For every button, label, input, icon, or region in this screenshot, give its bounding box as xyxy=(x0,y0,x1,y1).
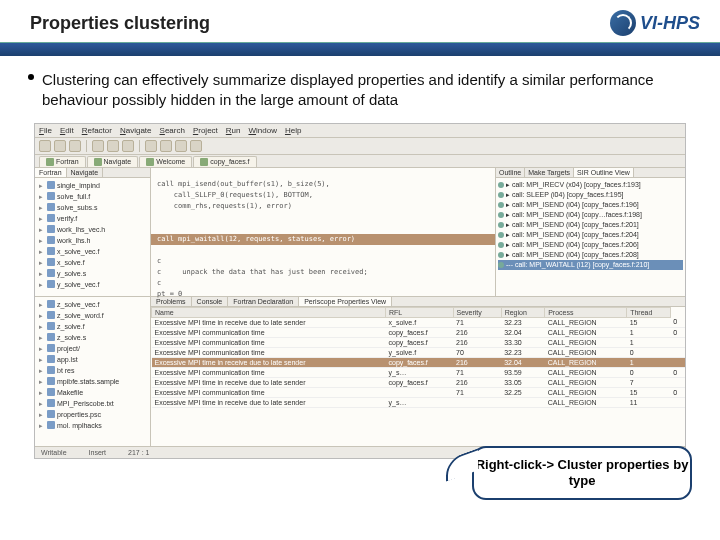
tree-item[interactable]: ▸x_solve_vec.f xyxy=(37,246,148,257)
outline-panel[interactable]: Outline Make Targets SIR Outline View ▸ … xyxy=(495,168,685,296)
outline-item[interactable]: ▸ call: MPI_ISEND (i04) [copy_faces.f:20… xyxy=(498,230,683,240)
toolbar-button[interactable] xyxy=(92,140,104,152)
code-line[interactable]: call mpi_isend(out_buffer(s1), b_size(5)… xyxy=(151,179,495,190)
toolbar-button[interactable] xyxy=(190,140,202,152)
menu-search[interactable]: Search xyxy=(160,126,185,135)
col-header[interactable]: Region xyxy=(501,307,545,317)
outline-item[interactable]: ▸ call: MPI_ISEND (i04) [copy_faces.f:20… xyxy=(498,240,683,250)
properties-table[interactable]: NameRFLSeverityRegionProcessThread Exces… xyxy=(151,307,685,408)
tab-make-targets[interactable]: Make Targets xyxy=(525,168,574,177)
col-header[interactable]: Severity xyxy=(453,307,501,317)
tree-item[interactable]: ▸Makefile xyxy=(37,387,148,398)
menu-edit[interactable]: Edit xyxy=(60,126,74,135)
toolbar-button[interactable] xyxy=(122,140,134,152)
code-line[interactable]: pt = 0 xyxy=(151,289,495,300)
tree-item[interactable]: ▸y_solve_vec.f xyxy=(37,279,148,290)
menu-window[interactable]: Window xyxy=(248,126,276,135)
code-line[interactable] xyxy=(151,168,495,179)
toolbar-button[interactable] xyxy=(69,140,81,152)
editor-tab[interactable]: Fortran xyxy=(39,156,86,167)
code-line[interactable]: comm_rhs,requests(1), error) xyxy=(151,201,495,212)
outline-tabs[interactable]: Outline Make Targets SIR Outline View xyxy=(496,168,685,178)
tree-item[interactable]: ▸y_solve.s xyxy=(37,268,148,279)
tree-item[interactable]: ▸app.lst xyxy=(37,354,148,365)
col-header[interactable]: Thread xyxy=(627,307,671,317)
tree-item[interactable]: ▸MPI_Periscobe.txt xyxy=(37,398,148,409)
table-row[interactable]: Excessive MPI time in receive due to lat… xyxy=(152,397,686,407)
toolbar-button[interactable] xyxy=(54,140,66,152)
code-line[interactable] xyxy=(151,245,495,256)
outline-item[interactable]: ▸ call: SLEEP (i04) [copy_faces.f:195] xyxy=(498,190,683,200)
tree-item[interactable]: ▸z_solve_vec.f xyxy=(37,299,148,310)
tab-outline[interactable]: Outline xyxy=(496,168,525,177)
col-header[interactable]: RFL xyxy=(385,307,453,317)
sidebar-tabs[interactable]: Fortran Navigate xyxy=(35,168,150,178)
toolbar[interactable] xyxy=(35,138,685,155)
menu-run[interactable]: Run xyxy=(226,126,241,135)
sidebar-tab-fortran[interactable]: Fortran xyxy=(35,168,67,177)
tree-item[interactable]: ▸properties.psc xyxy=(37,409,148,420)
toolbar-button[interactable] xyxy=(160,140,172,152)
outline-item[interactable]: ▸ call: MPI_ISEND (i04) [copy_faces.f:20… xyxy=(498,220,683,230)
table-row[interactable]: Excessive MPI time in receive due to lat… xyxy=(152,357,686,367)
project-tree-continued[interactable]: ▸z_solve_vec.f▸z_solve_word.f▸z_solve.f▸… xyxy=(35,297,151,446)
editor-tab-bar[interactable]: FortranNavigateWelcomecopy_faces.f xyxy=(35,155,685,168)
table-row[interactable]: Excessive MPI communication timecopy_fac… xyxy=(152,337,686,347)
table-row[interactable]: Excessive MPI communication timey_solve.… xyxy=(152,347,686,357)
editor-tab[interactable]: copy_faces.f xyxy=(193,156,256,167)
properties-panel[interactable]: ProblemsConsoleFortran DeclarationPerisc… xyxy=(151,297,685,446)
col-header[interactable]: Name xyxy=(152,307,386,317)
tree-item[interactable]: ▸bt res xyxy=(37,365,148,376)
sidebar-tab-navigate[interactable]: Navigate xyxy=(67,168,104,177)
menu-file[interactable]: File xyxy=(39,126,52,135)
tree-item[interactable]: ▸solve_full.f xyxy=(37,191,148,202)
tab-sir-outline[interactable]: SIR Outline View xyxy=(574,168,634,177)
toolbar-button[interactable] xyxy=(145,140,157,152)
outline-item[interactable]: --- call: MPI_WAITALL (i12) [copy_faces.… xyxy=(498,260,683,270)
tree-item[interactable]: ▸verify.f xyxy=(37,213,148,224)
code-editor[interactable]: call mpi_isend(out_buffer(s1), b_size(5)… xyxy=(151,168,495,296)
table-row[interactable]: Excessive MPI communication timecopy_fac… xyxy=(152,327,686,337)
col-header[interactable]: Process xyxy=(545,307,627,317)
code-line[interactable] xyxy=(151,212,495,223)
tree-item[interactable]: ▸ mol. mplhacks xyxy=(37,420,148,431)
tree-item[interactable]: ▸project/ xyxy=(37,343,148,354)
table-row[interactable]: Excessive MPI time in receive due to lat… xyxy=(152,377,686,387)
code-line[interactable]: call mpi_waitall(12, requests, statuses,… xyxy=(151,234,495,245)
code-line[interactable]: c xyxy=(151,278,495,289)
tree-item[interactable]: ▸z_solve_word.f xyxy=(37,310,148,321)
tree-item[interactable]: ▸z_solve.s xyxy=(37,332,148,343)
project-sidebar[interactable]: Fortran Navigate ▸single_impind▸solve_fu… xyxy=(35,168,151,296)
outline-item[interactable]: ▸ call: MPI_IRECV (x04) [copy_faces.f:19… xyxy=(498,180,683,190)
outline-list[interactable]: ▸ call: MPI_IRECV (x04) [copy_faces.f:19… xyxy=(496,178,685,272)
toolbar-button[interactable] xyxy=(39,140,51,152)
menu-refactor[interactable]: Refactor xyxy=(82,126,112,135)
table-row[interactable]: Excessive MPI time in receive due to lat… xyxy=(152,317,686,327)
tree-item[interactable]: ▸work_lhs.h xyxy=(37,235,148,246)
outline-item[interactable]: ▸ call: MPI_ISEND (i04) [copy…faces.f:19… xyxy=(498,210,683,220)
code-line[interactable]: call_SLLFP_0(requests(1), BOTTOM, xyxy=(151,190,495,201)
editor-tab[interactable]: Welcome xyxy=(139,156,192,167)
toolbar-button[interactable] xyxy=(175,140,187,152)
tree-item[interactable]: ▸z_solve.f xyxy=(37,321,148,332)
tree-item[interactable]: ▸x_solve.f xyxy=(37,257,148,268)
menu-help[interactable]: Help xyxy=(285,126,301,135)
tree-item[interactable]: ▸solve_subs.s xyxy=(37,202,148,213)
outline-item[interactable]: ▸ call: MPI_ISEND (i04) [copy_faces.f:19… xyxy=(498,200,683,210)
table-header-row[interactable]: NameRFLSeverityRegionProcessThread xyxy=(152,307,686,317)
table-row[interactable]: Excessive MPI communication timey_s…7193… xyxy=(152,367,686,377)
toolbar-button[interactable] xyxy=(107,140,119,152)
tree-item[interactable]: ▸single_impind xyxy=(37,180,148,191)
editor-tab[interactable]: Navigate xyxy=(87,156,139,167)
code-line[interactable]: c unpack the data that has just been rec… xyxy=(151,267,495,278)
outline-item[interactable]: ▸ call: MPI_ISEND (i04) [copy_faces.f:20… xyxy=(498,250,683,260)
table-row[interactable]: Excessive MPI communication time7132.25C… xyxy=(152,387,686,397)
project-tree[interactable]: ▸single_impind▸solve_full.f▸solve_subs.s… xyxy=(35,178,150,292)
tree-item[interactable]: ▸mpibfe.stats.sample xyxy=(37,376,148,387)
tree-item[interactable]: ▸work_lhs_vec.h xyxy=(37,224,148,235)
menu-navigate[interactable]: Navigate xyxy=(120,126,152,135)
code-line[interactable]: c xyxy=(151,256,495,267)
menu-project[interactable]: Project xyxy=(193,126,218,135)
menu-bar[interactable]: FileEditRefactorNavigateSearchProjectRun… xyxy=(35,124,685,138)
code-line[interactable] xyxy=(151,223,495,234)
